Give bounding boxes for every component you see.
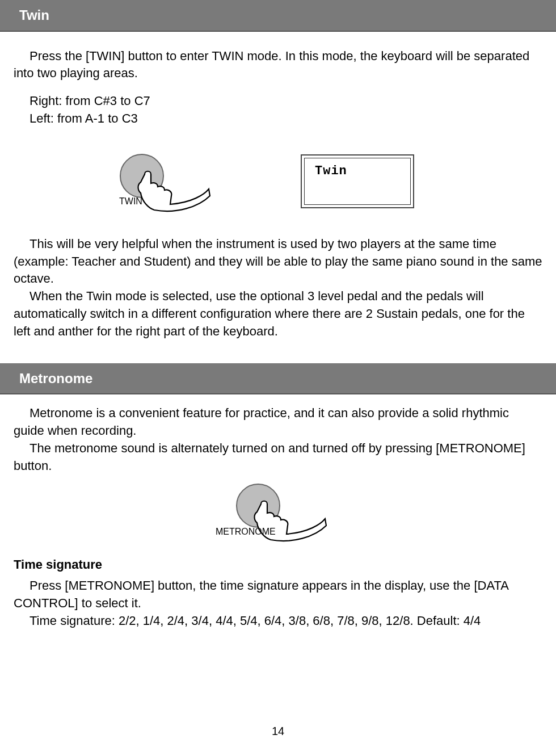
twin-p1: Press the [TWIN] button to enter TWIN mo… (14, 48, 542, 83)
twin-body-1: Press the [TWIN] button to enter TWIN mo… (0, 48, 556, 128)
twin-p2b: When the Twin mode is selected, use the … (14, 288, 542, 340)
twin-button-label: TWIN (119, 195, 142, 208)
twin-p2a: This will be very helpful when the instr… (14, 236, 542, 288)
twin-button-graphic: TWIN (113, 150, 216, 213)
metronome-p1a: Metronome is a convenient feature for pr… (14, 405, 542, 440)
metronome-p2b: Time signature: 2/2, 1/4, 2/4, 3/4, 4/4,… (14, 612, 542, 630)
twin-range-right: Right: from C#3 to C7 (14, 93, 542, 110)
metronome-button-graphic: METRONOME (221, 480, 335, 543)
page-number: 14 (0, 723, 556, 739)
metronome-button-label: METRONOME (216, 526, 276, 538)
metronome-figure: METRONOME (0, 480, 556, 543)
twin-body-2: This will be very helpful when the instr… (0, 236, 556, 341)
time-signature-heading: Time signature (0, 556, 556, 574)
twin-range-left: Left: from A-1 to C3 (14, 110, 542, 128)
twin-figure-row: TWIN Twin (113, 150, 556, 213)
twin-lcd-display: Twin (301, 154, 414, 208)
section-header-metronome: Metronome (0, 363, 556, 395)
twin-lcd-text: Twin (304, 158, 411, 205)
metronome-body-1: Metronome is a convenient feature for pr… (0, 405, 556, 474)
section-header-twin: Twin (0, 0, 556, 32)
metronome-body-2: Press [METRONOME] button, the time signa… (0, 577, 556, 629)
metronome-p2a: Press [METRONOME] button, the time signa… (14, 577, 542, 612)
metronome-p1b: The metronome sound is alternately turne… (14, 440, 542, 475)
